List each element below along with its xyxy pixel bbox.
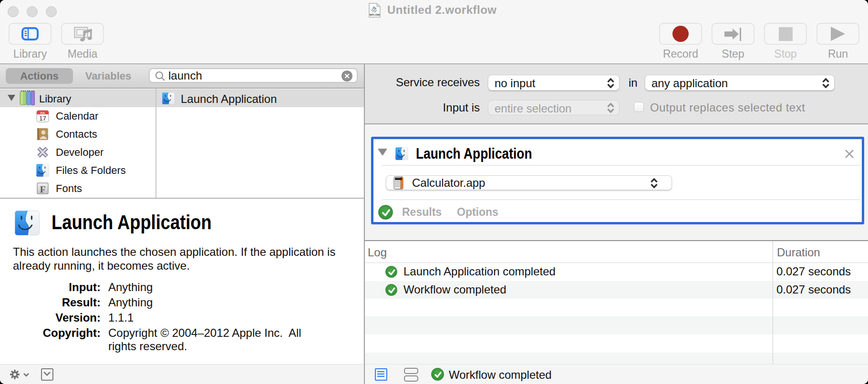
svg-text:17: 17	[39, 115, 46, 122]
svg-text:WFLOW: WFLOW	[370, 13, 380, 16]
svg-text:JUL: JUL	[40, 111, 46, 114]
svg-text:F: F	[40, 184, 46, 194]
